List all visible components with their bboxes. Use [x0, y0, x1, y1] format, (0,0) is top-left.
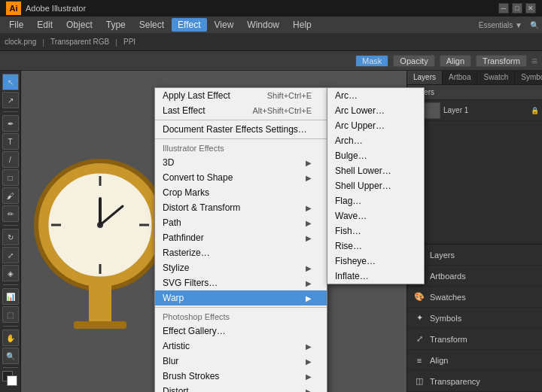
fish-item[interactable]: Fish…: [327, 223, 424, 239]
maximize-button[interactable]: □: [512, 3, 522, 14]
rotate-tool[interactable]: ↻: [2, 229, 19, 245]
menu-window[interactable]: Window: [241, 18, 285, 32]
color-picker[interactable]: [2, 371, 19, 387]
sub-panel-artboards[interactable]: ⬚ Artboards: [407, 266, 542, 287]
sub-panel-section: ☰ Layers ⬚ Artboards 🎨 Swatches ✦ Symbol…: [407, 244, 542, 392]
menu-divider-1: [155, 120, 327, 120]
sub-panel-transparency[interactable]: ◫ Transparency: [407, 371, 542, 392]
pencil-tool[interactable]: ✏: [2, 205, 19, 222]
effect-gallery-item[interactable]: Effect Gallery…: [155, 324, 327, 339]
shell-upper-item[interactable]: Shell Upper…: [327, 178, 424, 193]
path-item[interactable]: Path ▶: [155, 215, 327, 230]
wave-item[interactable]: Wave…: [327, 208, 424, 223]
tab-artboards[interactable]: Artboa: [443, 71, 477, 84]
line-tool[interactable]: /: [2, 151, 19, 168]
file-name-label: clock.png: [5, 38, 36, 46]
artistic-item[interactable]: Artistic ▶: [155, 339, 327, 354]
sub-panel-align[interactable]: ≡ Align: [407, 350, 542, 371]
menu-view[interactable]: View: [209, 18, 240, 32]
secondary-toolbar: clock.png | Transparent RGB | PPI: [0, 33, 542, 51]
document-raster-effects-item[interactable]: Document Raster Effects Settings…: [155, 122, 327, 137]
svg-rect-10: [74, 321, 126, 329]
type-tool[interactable]: T: [2, 133, 19, 150]
rasterize-item[interactable]: Rasterize…: [155, 245, 327, 260]
pathfinder-item[interactable]: Pathfinder ▶: [155, 230, 327, 245]
3d-item[interactable]: 3D ▶: [155, 155, 327, 170]
last-effect-item[interactable]: Last Effect Alt+Shift+Ctrl+E: [155, 103, 327, 118]
distort-item[interactable]: Distort ▶: [155, 384, 327, 392]
rise-item[interactable]: Rise…: [327, 239, 424, 254]
blur-item[interactable]: Blur ▶: [155, 354, 327, 369]
right-panel: Layers Artboa Swatch Symbol ≡ Layers 👁 L…: [406, 71, 542, 392]
sub-panel-swatches[interactable]: 🎨 Swatches: [407, 287, 542, 308]
sub-panel-symbols[interactable]: ✦ Symbols: [407, 308, 542, 329]
panel-options-icon[interactable]: ≡: [531, 55, 537, 67]
workspace-label: Essentials ▼: [479, 21, 522, 29]
menu-bar: File Edit Object Type Select Effect View…: [0, 17, 542, 33]
menu-select[interactable]: Select: [133, 18, 170, 32]
blend-tool[interactable]: ◈: [2, 265, 19, 281]
sub-panel-layers[interactable]: ☰ Layers: [407, 245, 542, 266]
shape-tool[interactable]: □: [2, 169, 19, 186]
svg-filters-item[interactable]: SVG Filters… ▶: [155, 275, 327, 290]
scale-tool[interactable]: ⤢: [2, 247, 19, 263]
menu-effect[interactable]: Effect: [172, 18, 206, 32]
warp-item[interactable]: Warp ▶: [155, 290, 327, 305]
title-bar-controls[interactable]: ─ □ ✕: [498, 3, 536, 14]
pen-tool[interactable]: ✒: [2, 115, 19, 132]
minimize-button[interactable]: ─: [498, 3, 509, 14]
arc-item[interactable]: Arc…: [327, 88, 424, 103]
brush-strokes-item[interactable]: Brush Strokes ▶: [155, 369, 327, 384]
arc-upper-item[interactable]: Arc Upper…: [327, 118, 424, 133]
tab-swatches[interactable]: Swatch: [477, 71, 515, 84]
stylize-item[interactable]: Stylize ▶: [155, 260, 327, 275]
menu-divider-3: [155, 307, 327, 308]
apply-last-effect-item[interactable]: Apply Last Effect Shift+Ctrl+E: [155, 88, 327, 103]
distort-transform-item[interactable]: Distort & Transform ▶: [155, 200, 327, 215]
layers-header: Layers: [407, 85, 542, 100]
shell-lower-item[interactable]: Shell Lower…: [327, 163, 424, 178]
sub-panel-transform[interactable]: ⤢ Transform: [407, 329, 542, 350]
menu-divider-2: [155, 138, 327, 139]
options-bar: Mask Opacity Align Transform ≡: [0, 51, 542, 71]
align-button[interactable]: Align: [440, 55, 471, 67]
close-button[interactable]: ✕: [525, 3, 536, 14]
column-graph-tool[interactable]: 📊: [2, 288, 19, 305]
paintbrush-tool[interactable]: 🖌: [2, 187, 19, 204]
convert-to-shape-item[interactable]: Convert to Shape ▶: [155, 170, 327, 185]
layer-name: Layer 1: [443, 106, 528, 114]
transform-icon: ⤢: [413, 333, 425, 345]
layer-lock-icon[interactable]: 🔒: [531, 107, 539, 114]
hand-tool[interactable]: ✋: [2, 330, 19, 346]
fisheye-item[interactable]: Fisheye…: [327, 254, 424, 269]
transparency-icon: ◫: [413, 375, 425, 387]
search-bar[interactable]: 🔍: [530, 21, 539, 29]
menu-help[interactable]: Help: [287, 18, 318, 32]
menu-type[interactable]: Type: [100, 18, 132, 32]
direct-select-tool[interactable]: ↗: [2, 92, 19, 108]
tab-symbols[interactable]: Symbol: [515, 71, 542, 84]
toolbar-divider-1: [3, 111, 18, 112]
menu-file[interactable]: File: [3, 18, 29, 32]
arc-lower-item[interactable]: Arc Lower…: [327, 103, 424, 118]
effect-dropdown-menu: Apply Last Effect Shift+Ctrl+E Last Effe…: [154, 87, 327, 392]
app-logo: Ai: [6, 2, 21, 15]
menu-edit[interactable]: Edit: [31, 18, 59, 32]
tab-layers[interactable]: Layers: [407, 71, 443, 84]
opacity-button[interactable]: Opacity: [393, 55, 434, 67]
crop-marks-item[interactable]: Crop Marks: [155, 185, 327, 200]
layer-thumbnail: [424, 102, 440, 119]
transform-button[interactable]: Transform: [476, 55, 527, 67]
panel-tabs: Layers Artboa Swatch Symbol ≡: [407, 71, 542, 85]
arch-item[interactable]: Arch…: [327, 133, 424, 148]
menu-object[interactable]: Object: [60, 18, 99, 32]
toolbar-divider-5: [3, 367, 18, 368]
mask-button[interactable]: Mask: [355, 55, 388, 67]
zoom-tool[interactable]: 🔍: [2, 348, 19, 364]
flag-item[interactable]: Flag…: [327, 193, 424, 208]
select-tool[interactable]: ↖: [2, 74, 19, 90]
bulge-item[interactable]: Bulge…: [327, 148, 424, 163]
layer-row-1[interactable]: 👁 Layer 1 🔒: [407, 100, 542, 121]
artboard-tool[interactable]: ⬚: [2, 306, 19, 323]
inflate-item[interactable]: Inflate…: [327, 269, 424, 284]
